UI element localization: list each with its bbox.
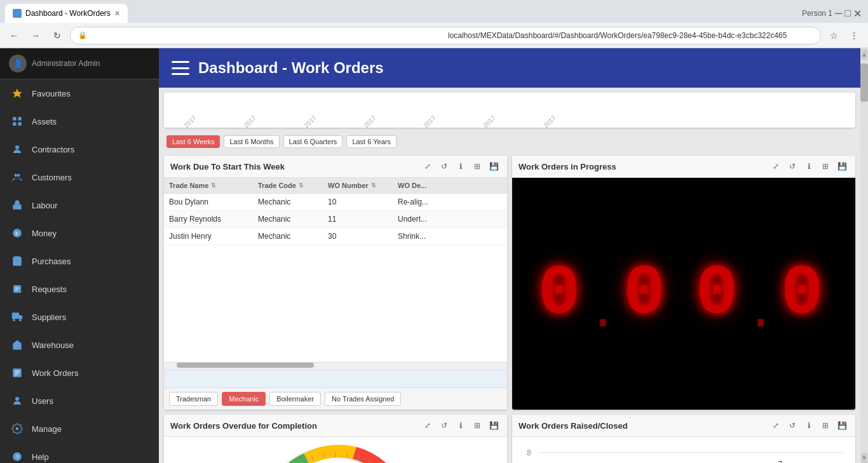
work-orders-raised-title: Work Orders Raised/Closed [519, 421, 769, 431]
users-icon [10, 394, 24, 408]
sidebar-item-warehouse[interactable]: Warehouse [0, 331, 159, 359]
filter-last6months[interactable]: Last 6 Months [224, 135, 279, 148]
tab-close-icon[interactable]: ✕ [114, 10, 120, 18]
table3-icon[interactable]: ⊞ [470, 419, 484, 433]
sidebar-item-manage[interactable]: Manage [0, 415, 159, 443]
close-window-button[interactable]: ✕ [853, 8, 862, 20]
cell-wo-desc-0: Re-alig... [398, 198, 502, 206]
refresh2-icon[interactable]: ↺ [785, 159, 799, 173]
table-row[interactable]: Bou Dylann Mechanic 10 Re-alig... [164, 194, 507, 211]
col-wo-number: WO Number ⇅ [328, 182, 398, 189]
expand-icon[interactable]: ⤢ [421, 159, 435, 173]
app-container: 👤 Administrator Admin Favourites Assets … [0, 48, 868, 463]
svg-point-5 [15, 145, 19, 149]
table4-icon[interactable]: ⊞ [818, 419, 832, 433]
more-button[interactable]: ⋮ [845, 27, 863, 44]
filter-last6years[interactable]: Last 6 Years [346, 135, 397, 148]
address-bar[interactable]: 🔒 localhost/MEXData/Dashboard/#/Dashboar… [70, 27, 821, 44]
refresh3-icon[interactable]: ↺ [437, 419, 451, 433]
sidebar-item-money[interactable]: $ Money [0, 219, 159, 247]
cell-trade-name-2: Justin Henry [169, 232, 258, 241]
save4-icon[interactable]: 💾 [835, 419, 849, 433]
year-label-1: 2017 [243, 114, 258, 128]
bookmark-button[interactable]: ☆ [825, 27, 843, 44]
filter-last6quarters[interactable]: Last 6 Quarters [283, 135, 343, 148]
sidebar-item-workorders[interactable]: Work Orders [0, 359, 159, 387]
cell-wo-desc-2: Shrink... [398, 232, 502, 241]
expand3-icon[interactable]: ⤢ [421, 419, 435, 433]
save2-icon[interactable]: 💾 [835, 159, 849, 173]
sidebar-label-contractors: Contractors [32, 145, 74, 154]
sort-trade-name-icon[interactable]: ⇅ [211, 182, 216, 189]
table-icon[interactable]: ⊞ [470, 159, 484, 173]
svg-rect-3 [13, 123, 16, 126]
save3-icon[interactable]: 💾 [487, 419, 501, 433]
info3-icon[interactable]: ℹ [454, 419, 468, 433]
filter-last6weeks[interactable]: Last 6 Weeks [166, 135, 220, 148]
sidebar: 👤 Administrator Admin Favourites Assets … [0, 48, 159, 463]
svg-text:?: ? [16, 454, 19, 460]
digital-number-decimal: 0 [623, 254, 672, 333]
customers-icon [10, 170, 24, 184]
trade-btn-no-trades[interactable]: No Trades Assigned [325, 392, 401, 406]
trade-btn-mechanic[interactable]: Mechanic [222, 392, 266, 406]
sidebar-label-customers: Customers [32, 173, 72, 182]
svg-rect-15 [12, 312, 19, 319]
sort-trade-code-icon[interactable]: ⇅ [299, 182, 304, 189]
sort-wo-number-icon[interactable]: ⇅ [371, 182, 376, 189]
maximize-button[interactable]: □ [844, 8, 851, 19]
money-icon: $ [10, 226, 24, 240]
sidebar-item-favourites[interactable]: Favourites [0, 79, 159, 107]
cell-trade-code-2: Mechanic [258, 232, 328, 241]
refresh4-icon[interactable]: ↺ [785, 419, 799, 433]
main-scroll-thumb [860, 64, 868, 102]
refresh-icon[interactable]: ↺ [437, 159, 451, 173]
main-scrollbar[interactable]: ▲ ▼ [860, 48, 868, 463]
gauge-container: 40 60 [164, 437, 507, 463]
sidebar-item-assets[interactable]: Assets [0, 107, 159, 135]
info2-icon[interactable]: ℹ [802, 159, 816, 173]
digital-number-second-decimal: 0 [781, 254, 829, 333]
sidebar-label-assets: Assets [32, 117, 57, 126]
trade-btn-tradesman[interactable]: Tradesman [169, 392, 218, 406]
work-due-actions: ⤢ ↺ ℹ ⊞ 💾 [421, 159, 501, 173]
cell-wo-desc-1: Undert... [398, 215, 502, 224]
hamburger-menu-icon[interactable] [172, 61, 189, 75]
work-orders-raised-actions: ⤢ ↺ ℹ ⊞ 💾 [769, 419, 849, 433]
sidebar-item-contractors[interactable]: Contractors [0, 135, 159, 163]
info4-icon[interactable]: ℹ [802, 419, 816, 433]
expand2-icon[interactable]: ⤢ [769, 159, 783, 173]
sidebar-label-workorders: Work Orders [32, 368, 78, 378]
url-display: localhost/MEXData/Dashboard/#/Dashboard/… [448, 31, 813, 40]
sidebar-item-suppliers[interactable]: Suppliers [0, 303, 159, 331]
sidebar-item-purchases[interactable]: Purchases [0, 247, 159, 275]
star-icon [10, 86, 24, 100]
tab-bar: Dashboard - WorkOrders ✕ Person 1 ─ □ ✕ [0, 0, 868, 23]
table-row[interactable]: Barry Reynolds Mechanic 11 Undert... [164, 211, 507, 228]
active-tab[interactable]: Dashboard - WorkOrders ✕ [5, 4, 128, 23]
table2-icon[interactable]: ⊞ [818, 159, 832, 173]
save-icon[interactable]: 💾 [487, 159, 501, 173]
reload-button[interactable]: ↻ [48, 27, 66, 44]
sidebar-item-users[interactable]: Users [0, 387, 159, 415]
cell-wo-number-1: 11 [328, 215, 398, 224]
minimize-button[interactable]: ─ [835, 8, 842, 19]
sidebar-label-manage: Manage [32, 424, 62, 434]
sidebar-item-requests[interactable]: Requests [0, 275, 159, 303]
sidebar-item-labour[interactable]: Labour [0, 191, 159, 219]
sidebar-item-customers[interactable]: Customers [0, 163, 159, 191]
trade-btn-boilermaker[interactable]: Boilermaker [269, 392, 321, 406]
forward-button[interactable]: → [27, 27, 44, 44]
browser-chrome: Dashboard - WorkOrders ✕ Person 1 ─ □ ✕ … [0, 0, 868, 48]
svg-rect-12 [13, 285, 21, 293]
help-icon: ? [10, 450, 24, 463]
line-chart: 8 7 6 7 [512, 437, 855, 463]
table-row[interactable]: Justin Henry Mechanic 30 Shrink... [164, 228, 507, 245]
main-content: Dashboard - Work Orders 2017 2017 2017 2… [159, 48, 860, 463]
table-scrollbar[interactable] [164, 362, 507, 370]
expand4-icon[interactable]: ⤢ [769, 419, 783, 433]
workorders-icon [10, 366, 24, 380]
info-icon[interactable]: ℹ [454, 159, 468, 173]
back-button[interactable]: ← [5, 27, 23, 44]
sidebar-item-help[interactable]: ? Help [0, 443, 159, 463]
